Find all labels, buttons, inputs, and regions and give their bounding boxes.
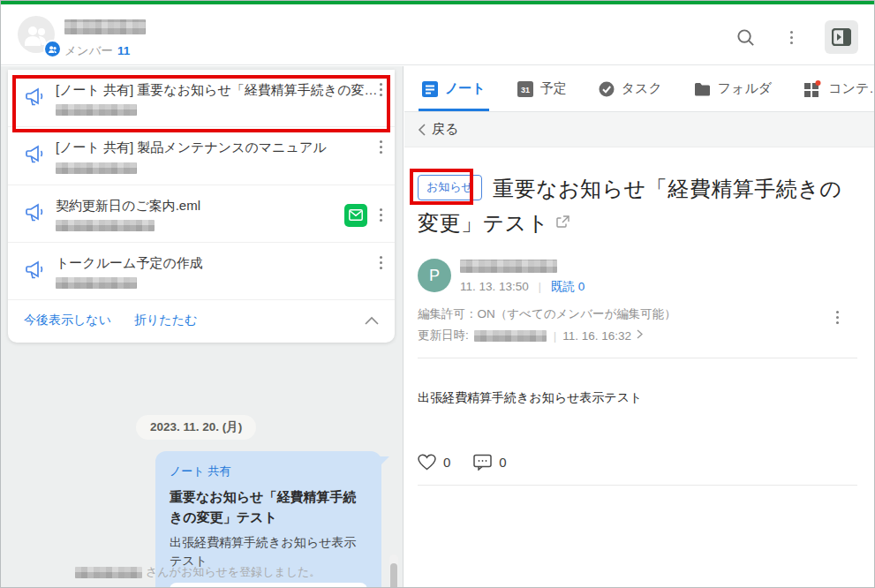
item-kebab-icon[interactable] xyxy=(380,261,382,264)
app-window: メンバー11 さんがお知らせを登録しました。 2023. 11. xyxy=(0,0,875,588)
note-author-row: P 11. 13. 13:50 | 既読 0 xyxy=(418,259,860,295)
collapse-link[interactable]: 折りたたむ xyxy=(134,313,197,328)
tab-task[interactable]: タスク xyxy=(599,66,662,111)
like-button[interactable]: 0 xyxy=(418,454,450,471)
group-badge-icon xyxy=(43,40,62,58)
tab-calendar[interactable]: 31 予定 xyxy=(517,66,567,111)
note-title: お知らせ重要なお知らせ「経費精算手続きの変更」テスト xyxy=(418,172,860,239)
edit-permission: 編集許可：ON（すべてのメンバーが編集可能） xyxy=(418,306,860,322)
announcement-title: 契約更新日のご案内.eml xyxy=(56,197,344,215)
note-reactions: 0 0 xyxy=(418,454,860,471)
updated-line[interactable]: 更新日時: | 11. 16. 16:32 xyxy=(418,328,860,343)
announcement-item-2[interactable]: [ノート 共有] 製品メンテナンスのマニュアル xyxy=(8,127,395,185)
comment-icon xyxy=(473,454,492,471)
panel-icon xyxy=(832,28,851,46)
megaphone-icon xyxy=(24,203,47,222)
note-detail: お知らせ重要なお知らせ「経費精算手続きの変更」テスト P 11. 13. 13:… xyxy=(404,147,875,486)
announcement-subtitle-redacted xyxy=(56,104,137,116)
panel-tabs: ノート 31 予定 タスク フォルダ xyxy=(404,66,875,112)
divider xyxy=(418,485,857,486)
announcement-footer: 今後表示しない 折りたたむ xyxy=(8,300,395,343)
contents-grid-icon xyxy=(803,80,821,97)
chevron-up-icon[interactable] xyxy=(365,313,379,328)
note-icon xyxy=(422,81,438,97)
author-avatar[interactable]: P xyxy=(418,259,451,292)
note-body: 出張経費精算手続きお知らせ表示テスト xyxy=(418,388,860,407)
bubble-title: 重要なお知らせ「経費精算手続きの変更」テスト xyxy=(170,486,367,528)
side-panel-toggle-button[interactable] xyxy=(825,20,858,54)
chevron-right-icon xyxy=(637,329,643,342)
tab-note[interactable]: ノート xyxy=(422,66,486,111)
item-kebab-icon[interactable] xyxy=(380,88,382,91)
system-message-bottom: さんがお知らせを登録しました。 xyxy=(75,564,321,580)
svg-text:31: 31 xyxy=(521,86,530,94)
talk-room-panel: さんがお知らせを登録しました。 2023. 11. 20. (月) ノート 共有… xyxy=(1,66,404,588)
posted-at: 11. 13. 13:50 xyxy=(460,280,529,293)
back-button[interactable]: 戻る xyxy=(404,112,875,147)
megaphone-icon xyxy=(24,145,47,164)
open-external-icon[interactable] xyxy=(556,205,570,237)
comment-button[interactable]: 0 xyxy=(473,454,506,471)
chat-date-chip: 2023. 11. 20. (月) xyxy=(136,415,256,440)
announcement-item-3[interactable]: 契約更新日のご案内.eml xyxy=(8,185,395,243)
members-count[interactable]: メンバー11 xyxy=(64,43,130,59)
top-accent-bar xyxy=(1,1,874,4)
hide-from-now-link[interactable]: 今後表示しない xyxy=(24,313,111,328)
note-panel: ノート 31 予定 タスク フォルダ xyxy=(404,66,875,588)
announcement-item-4[interactable]: トークルーム予定の作成 xyxy=(8,243,395,300)
calendar-icon: 31 xyxy=(517,81,533,97)
view-note-button[interactable]: ノートを見る xyxy=(170,583,367,588)
search-icon[interactable] xyxy=(733,25,758,49)
announcement-item-1[interactable]: [ノート 共有] 重要なお知らせ「経費精算手続きの変… xyxy=(8,70,395,127)
mail-icon xyxy=(344,204,367,227)
announcement-title: [ノート 共有] 重要なお知らせ「経費精算手続きの変… xyxy=(56,81,380,99)
announcement-subtitle-redacted xyxy=(56,277,137,289)
heart-icon xyxy=(418,454,436,471)
announcement-card: [ノート 共有] 重要なお知らせ「経費精算手続きの変… [ノート 共有] 製品メ… xyxy=(8,70,395,343)
task-check-icon xyxy=(599,81,615,97)
read-count-link[interactable]: 既読 0 xyxy=(551,280,585,293)
item-kebab-icon[interactable] xyxy=(380,146,382,148)
author-name-redacted xyxy=(460,260,557,273)
bubble-category: ノート 共有 xyxy=(170,464,367,479)
left-scrollbar-thumb[interactable] xyxy=(390,563,397,588)
tab-folder[interactable]: フォルダ xyxy=(694,66,772,111)
megaphone-icon xyxy=(24,260,47,280)
room-name-redacted xyxy=(64,19,146,34)
tab-contents[interactable]: コンテ… xyxy=(803,66,875,111)
updater-name-redacted xyxy=(474,330,547,342)
megaphone-icon xyxy=(24,87,47,107)
announcement-badge: お知らせ xyxy=(418,175,482,200)
room-avatar[interactable] xyxy=(18,16,58,57)
announcement-title: トークルーム予定の作成 xyxy=(56,254,380,272)
announcement-title: [ノート 共有] 製品メンテナンスのマニュアル xyxy=(56,139,380,156)
announcement-subtitle-redacted xyxy=(56,220,155,231)
room-header: メンバー11 xyxy=(1,4,874,65)
announcement-subtitle-redacted xyxy=(56,162,137,174)
more-menu-icon[interactable] xyxy=(779,25,803,49)
divider xyxy=(418,358,857,358)
updated-at: 11. 16. 16:32 xyxy=(562,329,631,343)
item-kebab-icon[interactable] xyxy=(380,214,382,216)
folder-icon xyxy=(694,82,711,96)
chevron-left-icon xyxy=(418,124,426,136)
note-kebab-icon[interactable] xyxy=(828,308,846,326)
